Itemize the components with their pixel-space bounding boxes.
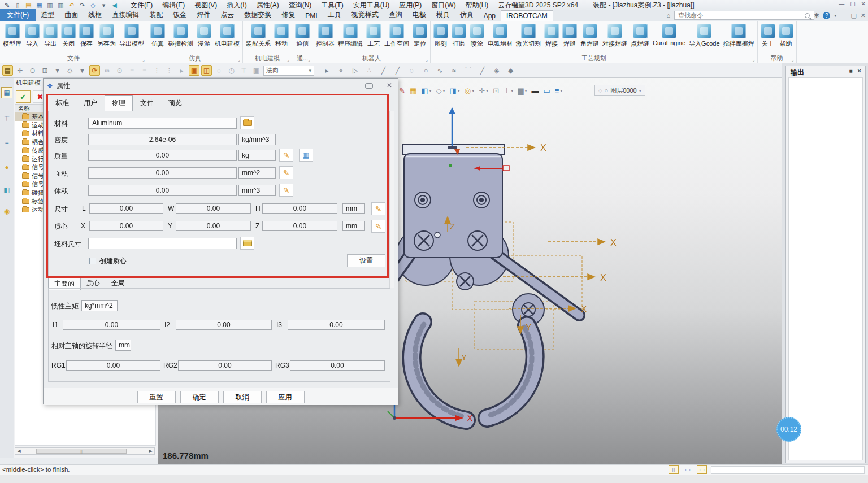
- caret-down-icon[interactable]: ▾: [560, 88, 562, 93]
- size-edit-button[interactable]: ✎: [371, 202, 385, 215]
- area-edit-button[interactable]: ✎: [279, 166, 293, 179]
- minimize-icon[interactable]: —: [839, 1, 844, 7]
- size-w-input[interactable]: 0.00: [176, 203, 251, 214]
- group-expander-icon[interactable]: ⌟: [753, 57, 755, 62]
- ribbon-button-工艺[interactable]: 工艺: [364, 23, 383, 49]
- density-input[interactable]: 2.64e-06: [88, 134, 237, 145]
- output-body[interactable]: [788, 77, 863, 460]
- horizontal-scrollbar[interactable]: ◀ || ▶: [15, 447, 155, 455]
- toggle-left-panel-icon[interactable]: ▯: [669, 465, 679, 474]
- dialog-button[interactable]: 取消: [223, 391, 262, 403]
- ribbon-button-帮助[interactable]: 帮助: [777, 23, 795, 49]
- dialog-button[interactable]: 确定: [180, 391, 219, 403]
- ribbon-button-关闭[interactable]: 关闭: [59, 23, 77, 49]
- network-icon[interactable]: ≡: [1, 138, 12, 149]
- ribbon-button-焊接[interactable]: 焊接: [542, 23, 561, 49]
- center-circle-icon[interactable]: ◌: [406, 65, 417, 76]
- rg3-input[interactable]: 0.00: [290, 360, 385, 371]
- ribbon-tab[interactable]: 仿真: [455, 9, 479, 21]
- dialog-title-bar[interactable]: ❖ 属性 ✕: [44, 79, 398, 93]
- ribbon-button-导出[interactable]: 导出: [41, 23, 59, 49]
- ribbon-button-保存[interactable]: 保存: [77, 23, 96, 49]
- clip-plane-icon[interactable]: ⊥▾: [502, 85, 514, 96]
- group-expander-icon[interactable]: ⌟: [287, 57, 289, 62]
- ribbon-tab[interactable]: 数据交换: [239, 9, 276, 21]
- size-h-input[interactable]: 0.00: [262, 203, 337, 214]
- circle-icon[interactable]: ○: [420, 65, 431, 76]
- rg2-input[interactable]: 0.00: [178, 360, 272, 371]
- anchor-icon[interactable]: ⊙: [114, 65, 125, 76]
- i3-input[interactable]: 0.00: [288, 320, 385, 330]
- hexagon-icon[interactable]: ◇: [64, 65, 75, 76]
- play-icon[interactable]: ▷: [350, 65, 361, 76]
- ribbon-button-导入[interactable]: 导入: [23, 23, 41, 49]
- patch-b-icon[interactable]: ◆: [505, 65, 516, 76]
- dialog-scrollbar[interactable]: [389, 111, 394, 288]
- logo-pen-icon[interactable]: ✎: [2, 1, 12, 10]
- ribbon-button-对接焊缝[interactable]: 对接焊缝: [601, 23, 629, 49]
- scroll-right-icon[interactable]: ▶: [147, 449, 154, 454]
- patch-a-icon[interactable]: ◈: [491, 65, 502, 76]
- pick-arrow-icon[interactable]: ▸: [322, 65, 332, 76]
- caret-down-icon[interactable]: ▾: [472, 88, 474, 93]
- group-expander-icon[interactable]: ⌟: [238, 57, 240, 62]
- bulb-icon[interactable]: ◌: [598, 87, 602, 94]
- ribbon-tab[interactable]: App: [479, 11, 501, 21]
- link-icon[interactable]: ∞: [102, 65, 112, 76]
- arc-icon[interactable]: ⌒: [463, 65, 474, 76]
- caret-down-icon[interactable]: ▾: [443, 88, 445, 93]
- image-folder-icon[interactable]: ▣: [189, 65, 199, 76]
- size-l-input[interactable]: 0.00: [89, 203, 163, 214]
- ribbon-tab[interactable]: 修复: [276, 9, 300, 21]
- ribbon-tab[interactable]: 电极: [407, 9, 431, 21]
- clock-icon[interactable]: ◷: [226, 65, 237, 76]
- robot-joint-icon[interactable]: ⊤: [1, 113, 12, 124]
- caret-down-icon[interactable]: ▾: [99, 1, 108, 10]
- notebook-icon[interactable]: ▤: [2, 65, 13, 76]
- ribbon-button-激光切割[interactable]: 激光切割: [514, 23, 542, 49]
- back-icon[interactable]: ◀: [110, 1, 119, 10]
- ribbon-button-碰撞检测[interactable]: 碰撞检测: [167, 23, 195, 49]
- polyline-icon[interactable]: ╱: [392, 65, 403, 76]
- apply-button[interactable]: ✔: [16, 90, 31, 103]
- stop-icon[interactable]: ▣: [251, 65, 262, 76]
- points-icon[interactable]: ∴: [364, 65, 375, 76]
- mechatronics-tab-icon[interactable]: ▦: [1, 87, 12, 98]
- material-browse-button[interactable]: [240, 116, 254, 129]
- ribbon-button-角焊缝[interactable]: 角焊缝: [579, 23, 601, 49]
- list-c-icon[interactable]: ⋮: [151, 65, 162, 76]
- ribbon-button-喷涂[interactable]: 喷涂: [468, 23, 486, 49]
- ribbon-tab[interactable]: 线框: [83, 9, 107, 21]
- dialog-tab[interactable]: 预览: [161, 95, 189, 111]
- caret-down-icon[interactable]: ▾: [524, 88, 527, 93]
- ribbon-tab[interactable]: 点云: [215, 9, 239, 21]
- dialog-tab[interactable]: 文件: [133, 95, 161, 111]
- settings-button[interactable]: 设置: [347, 254, 385, 267]
- ribbon-tab[interactable]: 造型: [36, 9, 59, 21]
- cursor-icon[interactable]: ▸: [176, 65, 187, 76]
- ribbon-button-焊缝[interactable]: 焊缝: [561, 23, 579, 49]
- diamond-icon[interactable]: ◇: [88, 1, 98, 10]
- black-strip-icon[interactable]: ▬▾: [530, 85, 540, 96]
- group-expander-icon[interactable]: ⌟: [426, 57, 428, 62]
- section-display-icon[interactable]: ◨▾: [449, 85, 461, 96]
- doc-minimize-icon[interactable]: —: [840, 12, 847, 19]
- group-expander-icon[interactable]: ⌟: [142, 57, 145, 62]
- ribbon-button-导出模型[interactable]: 导出模型: [118, 23, 146, 49]
- monitor-icon[interactable]: ▭: [683, 465, 693, 474]
- open-folder-icon[interactable]: ▤: [24, 1, 33, 10]
- caret-down-icon[interactable]: ▾: [639, 88, 641, 93]
- centroid-z-input[interactable]: 0.00: [262, 221, 337, 231]
- list-a-icon[interactable]: ≡: [127, 65, 137, 76]
- ribbon-button-打磨[interactable]: 打磨: [450, 23, 468, 49]
- volume-input[interactable]: 0.00: [88, 185, 237, 196]
- ribbon-button-程序编辑[interactable]: 程序编辑: [336, 23, 364, 49]
- ribbon-tab[interactable]: 工具: [323, 9, 346, 21]
- stock-block-button[interactable]: [240, 237, 254, 250]
- group-expander-icon[interactable]: ⌟: [308, 57, 310, 62]
- ribbon-tab[interactable]: 文件(F): [0, 9, 36, 21]
- restore-icon[interactable]: ▢: [850, 1, 855, 7]
- pan-icon[interactable]: ✛: [15, 65, 25, 76]
- ribbon-button-仿真[interactable]: 仿真: [149, 23, 167, 49]
- settings-gear-icon[interactable]: ✱: [814, 12, 819, 19]
